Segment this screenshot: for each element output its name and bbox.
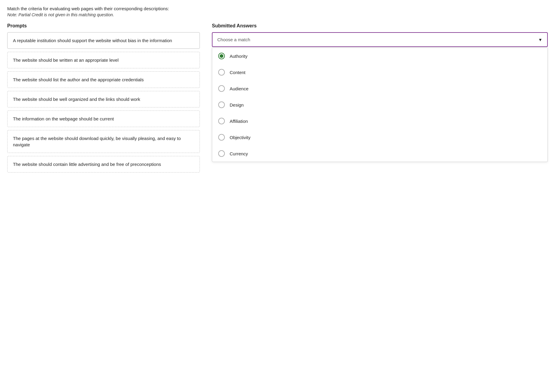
prompts-header: Prompts <box>7 23 200 29</box>
option-label: Currency <box>230 151 248 156</box>
prompt-item: A reputable institution should support t… <box>7 32 200 49</box>
prompt-item: The website should be written at an appr… <box>7 52 200 68</box>
option-label: Design <box>230 102 244 107</box>
prompt-item: The pages at the website should download… <box>7 130 200 153</box>
option-label: Objectivity <box>230 135 250 140</box>
option-label: Authority <box>230 54 247 59</box>
dropdown-option[interactable]: Content <box>212 64 547 80</box>
prompt-item: The website should list the author and t… <box>7 71 200 88</box>
radio-circle <box>218 53 225 59</box>
radio-circle <box>218 118 225 124</box>
dropdown-option[interactable]: Currency <box>212 145 547 162</box>
prompt-item: The information on the webpage should be… <box>7 110 200 127</box>
dropdown-trigger[interactable]: Choose a match ▼ <box>212 32 548 47</box>
dropdown-menu: AuthorityContentAudienceDesignAffiliatio… <box>212 48 548 162</box>
dropdown-option[interactable]: Design <box>212 97 547 113</box>
prompt-item: The website should be well organized and… <box>7 91 200 107</box>
radio-circle <box>218 134 225 141</box>
dropdown-option[interactable]: Authority <box>212 48 547 64</box>
prompts-column: Prompts A reputable institution should s… <box>7 23 200 176</box>
radio-circle <box>218 69 225 76</box>
option-label: Affiliation <box>230 119 248 124</box>
option-label: Audience <box>230 86 249 91</box>
radio-circle <box>218 85 225 92</box>
instructions: Match the criteria for evaluating web pa… <box>7 6 548 17</box>
prompt-item: The website should contain little advert… <box>7 156 200 173</box>
dropdown-option[interactable]: Audience <box>212 80 547 97</box>
answers-header: Submitted Answers <box>212 23 548 29</box>
prompts-list: A reputable institution should support t… <box>7 32 200 173</box>
option-label: Content <box>230 70 246 75</box>
dropdown-wrapper: Choose a match ▼ AuthorityContentAudienc… <box>212 32 548 162</box>
instructions-main: Match the criteria for evaluating web pa… <box>7 6 548 11</box>
answers-column: Submitted Answers Choose a match ▼ Autho… <box>212 23 548 162</box>
chevron-down-icon: ▼ <box>538 37 542 42</box>
radio-circle <box>218 101 225 108</box>
dropdown-option[interactable]: Objectivity <box>212 129 547 145</box>
radio-circle <box>218 150 225 157</box>
dropdown-placeholder: Choose a match <box>217 37 250 42</box>
dropdown-option[interactable]: Affiliation <box>212 113 547 129</box>
instructions-note: Note: Partial Credit is not given in thi… <box>7 12 548 17</box>
